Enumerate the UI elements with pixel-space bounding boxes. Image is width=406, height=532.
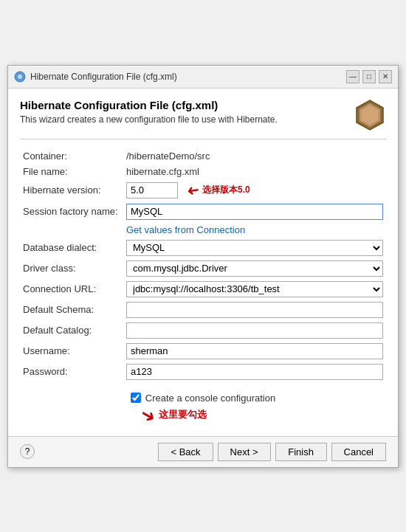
password-input[interactable] [126, 364, 383, 380]
checkbox-arrow-icon: ➜ [137, 402, 159, 427]
password-row: Password: [20, 362, 386, 382]
wizard-header-text: Hibernate Configuration File (cfg.xml) T… [20, 99, 278, 125]
connection-url-label: Connection URL: [20, 279, 123, 300]
container-value: /hibernateDemo/src [123, 148, 386, 164]
minimize-button[interactable]: — [346, 70, 359, 83]
cancel-button[interactable]: Cancel [331, 443, 386, 461]
titlebar: Hibernate Configuration File (cfg.xml) —… [8, 66, 398, 89]
checkbox-row: Create a console configuration [20, 393, 386, 404]
default-catalog-row: Default Catalog: [20, 320, 386, 341]
wizard-title: Hibernate Configuration File (cfg.xml) [20, 99, 278, 111]
console-config-checkbox[interactable] [131, 393, 141, 403]
footer-right: < Back Next > Finish Cancel [158, 443, 386, 461]
db-dialect-label: Database dialect: [20, 238, 123, 258]
version-annotation: ➜ 选择版本5.0 [187, 182, 250, 199]
container-row: Container: /hibernateDemo/src [20, 148, 386, 164]
svg-point-1 [18, 75, 22, 79]
console-config-label[interactable]: Create a console configuration [145, 393, 275, 404]
session-factory-label: Session factory name: [20, 201, 123, 222]
default-catalog-label: Default Catalog: [20, 320, 123, 341]
username-row: Username: [20, 341, 386, 362]
app-icon [14, 71, 26, 83]
close-button[interactable]: ✕ [379, 70, 392, 83]
connection-url-select[interactable]: jdbc:mysql://localhost:3306/tb_test [126, 281, 383, 297]
connection-url-cell: jdbc:mysql://localhost:3306/tb_test [123, 279, 386, 300]
wizard-subtitle: This wizard creates a new configuration … [20, 114, 278, 125]
titlebar-left: Hibernate Configuration File (cfg.xml) [14, 71, 177, 83]
username-input[interactable] [126, 343, 383, 359]
checkbox-annotation-text: 这里要勾选 [159, 408, 207, 421]
version-arrow: ➜ [185, 180, 201, 200]
connection-url-row: Connection URL: jdbc:mysql://localhost:3… [20, 279, 386, 300]
db-dialect-row: Database dialect: MySQL Oracle PostgreSQ… [20, 238, 386, 258]
titlebar-title: Hibernate Configuration File (cfg.xml) [30, 72, 177, 82]
default-schema-row: Default Schema: [20, 300, 386, 320]
maximize-button[interactable]: □ [362, 70, 376, 83]
titlebar-controls: — □ ✕ [346, 70, 392, 83]
main-window: Hibernate Configuration File (cfg.xml) —… [7, 65, 399, 468]
default-catalog-input[interactable] [126, 322, 383, 339]
default-schema-cell [123, 300, 386, 320]
driver-class-cell: com.mysql.jdbc.Driver oracle.jdbc.Oracle… [123, 258, 386, 279]
driver-class-label: Driver class: [20, 258, 123, 279]
header-divider [20, 139, 386, 139]
version-cell: 5.0 ➜ 选择版本5.0 [123, 179, 386, 201]
wizard-header: Hibernate Configuration File (cfg.xml) T… [20, 99, 386, 131]
session-factory-row: Session factory name: MySQL [20, 201, 386, 222]
finish-button[interactable]: Finish [275, 443, 327, 461]
version-annotation-text: 选择版本5.0 [202, 184, 250, 196]
default-schema-input[interactable] [126, 302, 383, 318]
footer: ? < Back Next > Finish Cancel [8, 436, 398, 467]
get-values-link[interactable]: Get values from Connection [126, 224, 245, 235]
checkbox-annotation-section: ➜ 这里要勾选 [20, 408, 386, 426]
container-label: Container: [20, 148, 123, 164]
version-label: Hibernate version: [20, 179, 123, 201]
session-factory-input[interactable]: MySQL [126, 204, 383, 220]
driver-class-select[interactable]: com.mysql.jdbc.Driver oracle.jdbc.Oracle… [126, 260, 383, 277]
username-cell [123, 341, 386, 362]
filename-label: File name: [20, 164, 123, 179]
filename-row: File name: hibernate.cfg.xml [20, 164, 386, 179]
get-values-row: Get values from Connection [20, 222, 386, 238]
next-button[interactable]: Next > [218, 443, 271, 461]
username-label: Username: [20, 341, 123, 362]
help-button[interactable]: ? [20, 444, 35, 459]
driver-class-row: Driver class: com.mysql.jdbc.Driver orac… [20, 258, 386, 279]
footer-left: ? [20, 444, 35, 459]
session-factory-cell: MySQL [123, 201, 386, 222]
back-button[interactable]: < Back [158, 443, 213, 461]
version-input[interactable]: 5.0 [126, 182, 178, 198]
form-table: Container: /hibernateDemo/src File name:… [20, 148, 386, 382]
default-catalog-cell [123, 320, 386, 341]
wizard-content: Hibernate Configuration File (cfg.xml) T… [8, 89, 398, 436]
db-dialect-select[interactable]: MySQL Oracle PostgreSQL H2 [126, 240, 383, 256]
db-dialect-cell: MySQL Oracle PostgreSQL H2 [123, 238, 386, 258]
default-schema-label: Default Schema: [20, 300, 123, 320]
filename-value: hibernate.cfg.xml [123, 164, 386, 179]
password-cell [123, 362, 386, 382]
version-row: Hibernate version: 5.0 ➜ 选择版本5.0 [20, 179, 386, 201]
get-values-cell: Get values from Connection [123, 222, 386, 238]
hibernate-logo [354, 99, 386, 131]
password-label: Password: [20, 362, 123, 382]
